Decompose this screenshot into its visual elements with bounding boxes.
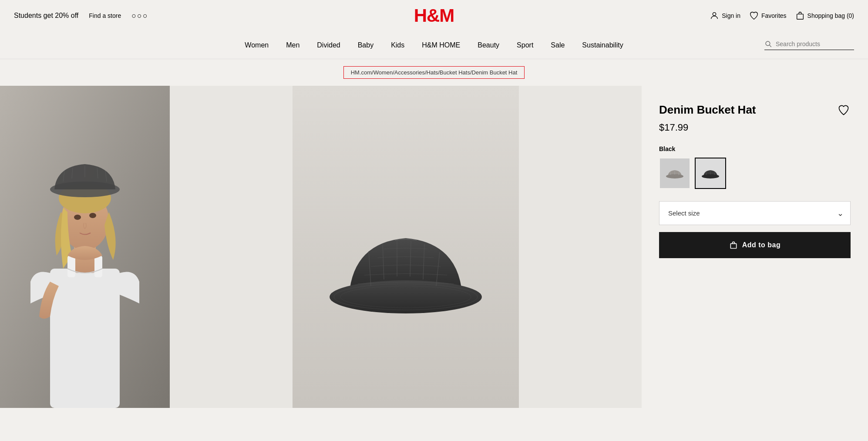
breadcrumb-bar: HM.com/Women/Accessories/Hats/Bucket Hat… [0, 59, 868, 86]
svg-point-35 [702, 174, 719, 178]
svg-point-20 [330, 280, 482, 313]
hm-logo[interactable]: H&M [414, 7, 454, 25]
search-input[interactable] [776, 40, 854, 47]
color-swatch-black[interactable] [695, 158, 726, 189]
search-box [764, 40, 854, 50]
nav-bar: Women Men Divided Baby Kids H&M HOME Bea… [0, 31, 868, 59]
nav-men[interactable]: Men [286, 41, 299, 49]
color-label: Black [659, 145, 851, 152]
color-swatch-grey[interactable] [659, 158, 690, 189]
size-select[interactable]: Select size XS S M L XL [659, 201, 851, 225]
favorite-button[interactable] [837, 103, 851, 117]
breadcrumb: HM.com/Women/Accessories/Hats/Bucket Hat… [343, 66, 525, 79]
nav-kids[interactable]: Kids [391, 41, 404, 49]
svg-rect-18 [94, 256, 102, 277]
sign-in-link[interactable]: Sign in [710, 11, 740, 20]
svg-point-0 [713, 13, 716, 16]
product-hat-svg [293, 86, 519, 408]
sign-in-label: Sign in [722, 12, 740, 19]
svg-point-30 [666, 174, 683, 178]
svg-rect-1 [797, 14, 803, 19]
favorites-label: Favorites [761, 12, 787, 19]
nav-sport[interactable]: Sport [517, 41, 533, 49]
nav-baby[interactable]: Baby [358, 41, 373, 49]
heart-outline-icon [838, 104, 850, 116]
shopping-bag-link[interactable]: Shopping bag (0) [795, 11, 854, 20]
product-page: Denim Bucket Hat $17.99 Black [0, 86, 868, 408]
heart-icon [749, 11, 759, 20]
model-image [0, 86, 170, 408]
top-bar-left: Students get 20% off Find a store ○○○ [14, 11, 148, 20]
size-select-wrapper: Select size XS S M L XL ⌄ [659, 201, 851, 225]
top-bar-right: Sign in Favorites Shopping bag (0) [710, 11, 854, 20]
nav-beauty[interactable]: Beauty [478, 41, 499, 49]
shopping-bag-label: Shopping bag (0) [807, 12, 854, 19]
top-bar: Students get 20% off Find a store ○○○ H&… [0, 0, 868, 31]
svg-point-10 [89, 213, 96, 218]
svg-point-2 [766, 41, 770, 46]
product-price: $17.99 [659, 122, 851, 133]
nav-women[interactable]: Women [245, 41, 269, 49]
logo-container: H&M [414, 7, 454, 25]
product-title: Denim Bucket Hat [659, 103, 851, 117]
product-info: Denim Bucket Hat $17.99 Black [642, 86, 868, 408]
svg-point-9 [74, 215, 81, 220]
nav-sustainability[interactable]: Sustainability [582, 41, 623, 49]
svg-line-3 [770, 45, 771, 47]
svg-rect-39 [730, 244, 736, 249]
model-svg [0, 86, 170, 408]
color-swatches [659, 158, 851, 189]
find-store-link[interactable]: Find a store [89, 12, 121, 19]
product-image-center [170, 86, 642, 408]
nav-divided[interactable]: Divided [317, 41, 340, 49]
search-icon [764, 40, 772, 48]
nav-items: Women Men Divided Baby Kids H&M HOME Bea… [245, 41, 623, 49]
add-to-bag-label: Add to bag [742, 241, 781, 249]
swatch-grey-img [660, 158, 690, 188]
bag-icon-btn [729, 241, 738, 249]
nav-sale[interactable]: Sale [551, 41, 565, 49]
more-options[interactable]: ○○○ [131, 11, 148, 20]
swatch-black-img [696, 158, 725, 188]
favorites-link[interactable]: Favorites [749, 11, 787, 20]
svg-rect-17 [67, 256, 75, 277]
promo-text: Students get 20% off [14, 12, 78, 20]
add-to-bag-button[interactable]: Add to bag [659, 232, 851, 258]
nav-hm-home[interactable]: H&M HOME [422, 41, 460, 49]
bag-icon [795, 11, 805, 20]
user-icon [710, 11, 719, 20]
svg-rect-5 [50, 269, 120, 408]
